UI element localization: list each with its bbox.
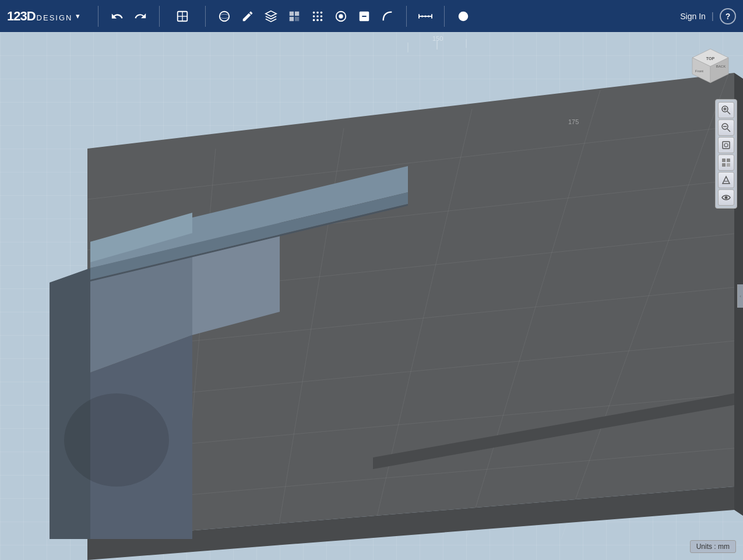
measure-button[interactable] <box>415 6 436 27</box>
measure-group <box>411 6 439 27</box>
subtract-button[interactable] <box>354 6 375 27</box>
signin-area: Sign In | ? <box>680 8 743 24</box>
svg-point-11 <box>321 11 323 13</box>
visibility-button[interactable] <box>718 189 734 206</box>
svg-rect-8 <box>295 16 299 20</box>
sep-3 <box>205 6 206 27</box>
construct-button[interactable] <box>260 6 281 27</box>
svg-rect-59 <box>722 159 726 162</box>
redo-button[interactable] <box>130 6 151 27</box>
3d-scene[interactable]: 150 175 <box>0 32 743 560</box>
svg-rect-60 <box>727 159 730 162</box>
modify-button[interactable] <box>284 6 305 27</box>
svg-rect-61 <box>722 163 726 167</box>
svg-point-18 <box>339 14 343 18</box>
svg-point-9 <box>313 11 315 13</box>
help-button[interactable]: ? <box>720 8 736 24</box>
svg-point-17 <box>321 19 323 21</box>
ruler-label-150: 150 <box>432 35 443 42</box>
sep-4 <box>406 6 407 27</box>
svg-rect-6 <box>295 11 299 15</box>
fillet-button[interactable] <box>377 6 398 27</box>
header-toolbar: 123DDESIGN ▾ <box>0 0 743 32</box>
material-group <box>449 6 477 27</box>
sep-2 <box>159 6 160 27</box>
logo-area: 123DDESIGN ▾ <box>0 9 93 24</box>
sep-5 <box>444 6 445 27</box>
svg-line-51 <box>727 111 730 114</box>
sep-1 <box>98 6 98 27</box>
primitives-group <box>164 6 200 27</box>
svg-text:TOP: TOP <box>706 57 715 61</box>
logo-dropdown-icon[interactable]: ▾ <box>76 12 80 20</box>
svg-point-15 <box>313 19 315 21</box>
nav-cube[interactable]: TOP Front BACK <box>689 47 733 90</box>
perspective-button[interactable] <box>718 172 734 188</box>
main-tools-group <box>210 6 402 27</box>
undo-button[interactable] <box>107 6 128 27</box>
svg-rect-62 <box>727 163 730 167</box>
sketch-button[interactable] <box>237 6 258 27</box>
svg-point-14 <box>321 15 323 17</box>
pattern-button[interactable] <box>307 6 328 27</box>
svg-rect-7 <box>290 16 294 20</box>
group-button[interactable] <box>330 6 351 27</box>
svg-text:Front: Front <box>695 69 703 73</box>
app-logo[interactable]: 123DDESIGN <box>7 9 72 24</box>
zoom-in-button[interactable] <box>718 102 734 118</box>
primitives-button[interactable] <box>168 6 197 27</box>
frame-all-button[interactable] <box>718 154 734 171</box>
svg-point-12 <box>313 15 315 17</box>
svg-line-55 <box>727 129 730 132</box>
camera-controls-panel <box>715 99 737 209</box>
zoom-out-button[interactable] <box>718 119 734 136</box>
sphere-button[interactable] <box>214 6 235 27</box>
ruler-label-175: 175 <box>568 118 579 125</box>
shadow-circle <box>64 393 169 487</box>
units-badge[interactable]: Units : mm <box>690 540 736 553</box>
viewport[interactable]: 150 175 TOP Front BACK <box>0 32 743 560</box>
svg-rect-57 <box>723 142 730 149</box>
svg-point-10 <box>316 11 319 13</box>
svg-point-26 <box>459 11 469 21</box>
svg-point-4 <box>220 14 230 18</box>
svg-marker-63 <box>723 177 730 184</box>
undo-redo-group <box>103 6 154 27</box>
svg-point-13 <box>316 15 319 17</box>
svg-rect-5 <box>290 11 294 15</box>
svg-point-65 <box>725 196 728 199</box>
right-edge-handle[interactable]: ‹ <box>737 284 743 308</box>
svg-text:BACK: BACK <box>716 65 726 68</box>
svg-point-3 <box>220 11 230 21</box>
material-button[interactable] <box>453 6 474 27</box>
signin-button[interactable]: Sign In <box>680 12 706 21</box>
fit-view-button[interactable] <box>718 137 734 153</box>
svg-point-58 <box>724 143 728 147</box>
svg-point-16 <box>316 19 319 21</box>
